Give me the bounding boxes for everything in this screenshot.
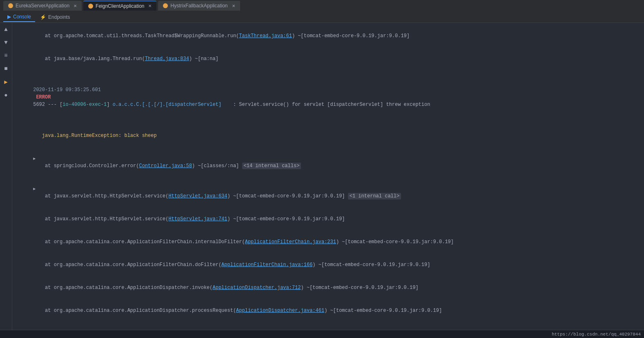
- log-line-10: at org.apache.catalina.core.ApplicationF…: [12, 231, 644, 253]
- tab-close-feign[interactable]: ✕: [148, 4, 152, 8]
- endpoints-label: Endpoints: [48, 14, 70, 20]
- log-line-11: at org.apache.catalina.core.ApplicationF…: [12, 253, 644, 276]
- status-right: https://blog.csdn.net/qq_40297844: [552, 332, 641, 337]
- expand-btn-7[interactable]: ▶: [33, 157, 36, 161]
- console-label: Console: [13, 14, 31, 20]
- log-line-9: at javax.servlet.http.HttpServlet.servic…: [12, 208, 644, 231]
- tab-close-eureka[interactable]: ✕: [74, 4, 77, 8]
- console-content[interactable]: at org.apache.tomcat.util.threads.TaskTh…: [12, 23, 644, 330]
- tab-close-hystrix[interactable]: ✕: [232, 4, 235, 8]
- stop-icon[interactable]: ■: [2, 64, 9, 74]
- log-line-13: at org.apache.catalina.core.ApplicationD…: [12, 299, 644, 322]
- log-line-14: at org.apache.catalina.core.ApplicationD…: [12, 322, 644, 330]
- left-sidebar: ▲ ▼ ≡ ■ ▶ ●: [0, 23, 12, 330]
- log-line-error1: 2020-11-19 09:35:25.601 ERROR 5692 --- […: [12, 78, 644, 116]
- tab-icon-eureka: [8, 3, 13, 8]
- log-line-exception: java.lang.RuntimeException: black sheep: [12, 124, 644, 147]
- title-bar: EurekaServerApplication ✕ FeignClientApp…: [0, 0, 644, 11]
- tab-bar: ▶ Console ⚡ Endpoints: [0, 11, 644, 23]
- log-line-8: ▶ at javax.servlet.http.HttpServlet.serv…: [12, 177, 644, 208]
- tab-hystrix[interactable]: HystrixFallbackApplication ✕: [158, 1, 240, 11]
- main-area: ▲ ▼ ≡ ■ ▶ ● at org.apache.tomcat.util.th…: [0, 23, 644, 330]
- tab-label-feign: FeignClientApplication: [96, 3, 144, 9]
- log-line-2: at java.base/java.lang.Thread.run(Thread…: [12, 47, 644, 70]
- endpoints-tab[interactable]: ⚡ Endpoints: [36, 13, 74, 22]
- log-line-7: ▶ at springcloud.Controller.error(Contro…: [12, 147, 644, 177]
- log-line-empty2: [12, 116, 644, 124]
- format-icon[interactable]: ≡: [2, 51, 9, 60]
- tab-eureka[interactable]: EurekaServerApplication ✕: [3, 1, 82, 11]
- log-line-empty1: [12, 70, 644, 78]
- scroll-down-icon[interactable]: ▼: [2, 38, 9, 47]
- console-tab[interactable]: ▶ Console: [3, 12, 35, 22]
- status-bar: https://blog.csdn.net/qq_40297844: [0, 330, 644, 338]
- record-icon[interactable]: ●: [2, 90, 9, 100]
- tab-feign[interactable]: FeignClientApplication ✕: [83, 1, 156, 11]
- tab-label-eureka: EurekaServerApplication: [16, 3, 69, 9]
- console-icon: ▶: [7, 14, 11, 20]
- tab-icon-feign: [88, 4, 93, 9]
- scroll-up-icon[interactable]: ▲: [2, 25, 9, 34]
- tab-icon-hystrix: [163, 3, 168, 8]
- log-line-12: at org.apache.catalina.core.ApplicationD…: [12, 276, 644, 299]
- tab-label-hystrix: HystrixFallbackApplication: [170, 3, 227, 9]
- run-icon[interactable]: ▶: [2, 77, 9, 87]
- endpoints-icon: ⚡: [40, 14, 46, 20]
- log-line-1: at org.apache.tomcat.util.threads.TaskTh…: [12, 25, 644, 47]
- expand-btn-8[interactable]: ▶: [33, 187, 36, 191]
